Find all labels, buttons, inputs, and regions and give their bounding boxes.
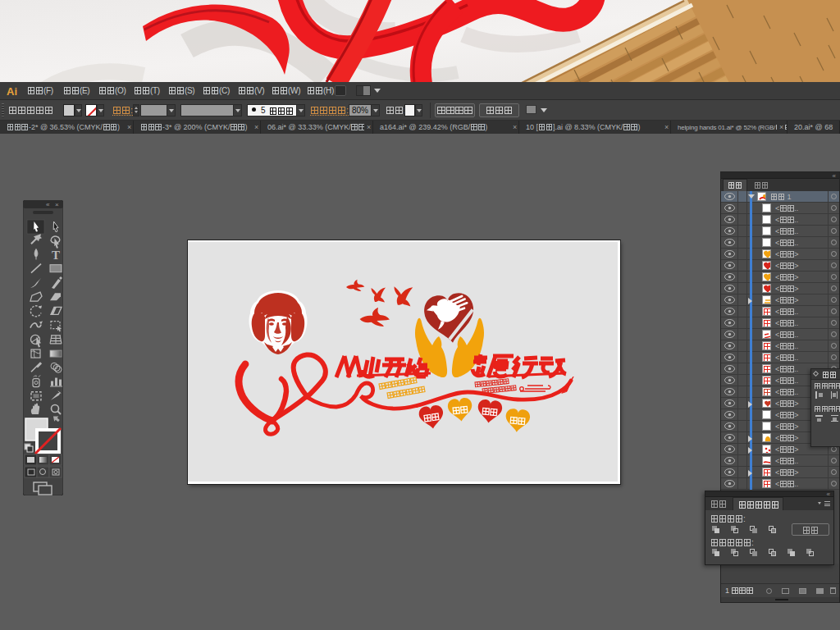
svg-text:×: × bbox=[55, 201, 59, 208]
svg-text:«: « bbox=[46, 201, 50, 208]
svg-text:T: T bbox=[52, 249, 60, 262]
